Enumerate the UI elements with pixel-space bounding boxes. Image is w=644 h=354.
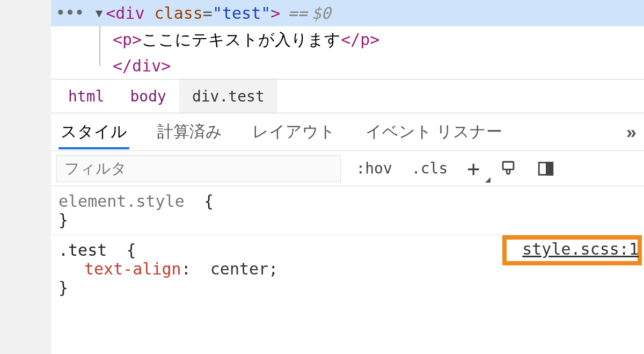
tab-event-listeners[interactable]: イベント リスナー (363, 114, 504, 149)
hov-toggle[interactable]: :hov (346, 151, 401, 186)
child-open-tag: <p> (113, 30, 142, 49)
styles-subtabs: スタイル 計算済み レイアウト イベント リスナー » (51, 113, 644, 151)
css-semi: ; (268, 259, 278, 278)
rule-element-style[interactable]: element.style { } (51, 186, 644, 235)
computed-panel-toggle-icon[interactable] (527, 151, 565, 186)
crumb-body[interactable]: body (117, 80, 179, 113)
svg-rect-0 (503, 162, 514, 169)
more-tabs-icon[interactable]: » (626, 121, 636, 142)
filter-input[interactable] (56, 155, 341, 182)
tag-close-angle: > (270, 1, 280, 25)
selector-element-style: element.style (58, 192, 185, 211)
selector-test: .test (58, 241, 107, 259)
attr-value: "test" (213, 1, 270, 25)
left-gutter (0, 0, 51, 354)
dom-node-selected[interactable]: ••• ▼ <div class="test"> == $0 (51, 0, 644, 26)
attr-name: class (155, 1, 203, 25)
new-style-rule-button[interactable]: + (457, 151, 489, 186)
source-link[interactable]: style.scss:1 (522, 240, 639, 258)
attr-eq: = (203, 1, 213, 25)
svg-rect-2 (547, 162, 553, 175)
selected-marker-var: $0 (311, 1, 331, 25)
paint-brush-icon[interactable] (489, 151, 527, 186)
dom-node-close[interactable]: </div> (51, 53, 644, 79)
brace-close: } (58, 211, 68, 229)
crumb-div-test[interactable]: div.test (179, 80, 277, 113)
ellipsis-icon[interactable]: ••• (56, 3, 85, 24)
css-colon: : (181, 259, 191, 278)
tab-computed[interactable]: 計算済み (155, 114, 224, 149)
caret-down-icon[interactable]: ▼ (96, 4, 103, 22)
devtools-panel: ••• ▼ <div class="test"> == $0 <p>ここにテキス… (51, 0, 644, 354)
css-property[interactable]: text-align (58, 259, 181, 278)
style-rules: element.style { } style.scss:1 .test { t… (51, 186, 644, 302)
crumb-html[interactable]: html (55, 80, 117, 113)
child-text: ここにテキストが入ります (142, 30, 341, 49)
brace-open (194, 192, 204, 211)
tab-styles[interactable]: スタイル (58, 114, 129, 149)
brace-close: } (58, 278, 68, 297)
tag-name: div (115, 1, 144, 25)
tag-open-angle: < (106, 1, 115, 25)
dom-node-child[interactable]: <p>ここにテキストが入ります</p> (51, 26, 644, 53)
rule-test[interactable]: style.scss:1 .test { text-align: center;… (51, 235, 644, 302)
cls-toggle[interactable]: .cls (402, 151, 457, 186)
breadcrumb: html body div.test (51, 79, 644, 113)
tab-layout[interactable]: レイアウト (250, 114, 338, 149)
brace-open: { (126, 241, 136, 259)
css-value[interactable]: center (210, 259, 268, 278)
selected-marker-eq: == (288, 1, 307, 25)
styles-toolbar: :hov .cls + (51, 151, 644, 186)
child-close-tag: </p> (341, 30, 379, 49)
close-tag: </div> (113, 56, 171, 75)
elements-dom-tree: ••• ▼ <div class="test"> == $0 <p>ここにテキス… (51, 0, 644, 79)
